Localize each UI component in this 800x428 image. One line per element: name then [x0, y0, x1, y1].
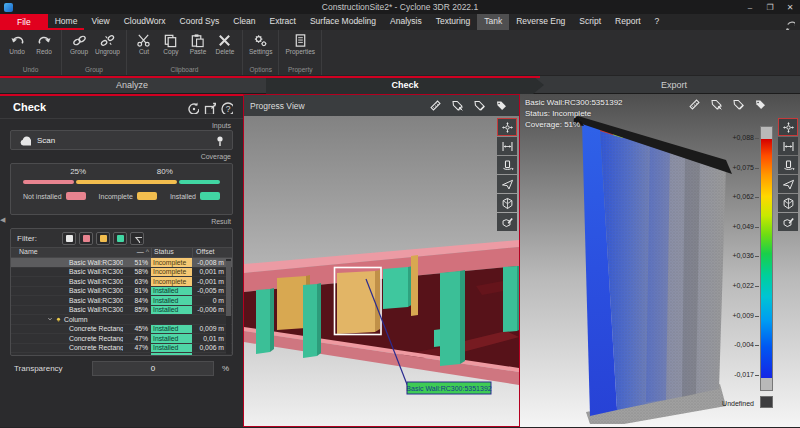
menu-item-?[interactable]: ?: [648, 14, 667, 30]
table-row[interactable]: Basic Wall:RC300:534392558%Incomplete0,0…: [11, 268, 232, 278]
table-row[interactable]: Basic Wall:RC300:533990663%Incomplete-0,…: [11, 277, 232, 287]
filter-funnel-icon[interactable]: [130, 232, 144, 245]
menu-item-report[interactable]: Report: [608, 14, 648, 30]
row-status-badge: Installed: [151, 306, 192, 315]
measure-icon[interactable]: [426, 98, 445, 113]
table-row[interactable]: Concrete Rectangular:RC47%Installed0,006…: [11, 344, 232, 354]
filter-color-toggle-1[interactable]: [79, 232, 93, 245]
menu-item-cloudworx[interactable]: CloudWorx: [117, 14, 173, 30]
labels-visibility-icon[interactable]: [448, 98, 467, 113]
sync-icon[interactable]: [784, 16, 796, 28]
row-name: Concrete Rectangular:RC: [11, 344, 123, 351]
table-group-row[interactable]: Column: [11, 315, 232, 325]
menu-item-analysis[interactable]: Analysis: [383, 14, 429, 30]
paste-button[interactable]: Paste: [185, 32, 211, 65]
rotate-view-icon[interactable]: [497, 156, 517, 174]
menu-item-texturing[interactable]: Texturing: [429, 14, 478, 30]
coverage-low-value[interactable]: 25%: [70, 167, 86, 176]
menu-item-extract[interactable]: Extract: [262, 14, 302, 30]
scale-tick: [755, 375, 759, 376]
selection-info: Basic Wall:RC300:5351392 Status: Incompl…: [525, 97, 623, 130]
viewport-title: Progress View: [250, 101, 426, 111]
menu-item-clean[interactable]: Clean: [226, 14, 262, 30]
table-row[interactable]: Basic Wall:RC300:534408585%Installed-0,0…: [11, 306, 232, 316]
row-coverage-pct: 51%: [123, 259, 151, 266]
collapse-left-panel-button[interactable]: ◀: [0, 216, 5, 224]
label-edit-icon[interactable]: [729, 97, 748, 112]
orbit-icon[interactable]: [497, 118, 517, 136]
progress-3d-scene[interactable]: Basic Wall:RC300:5351392: [244, 116, 519, 426]
row-offset: 0,009 m: [192, 325, 227, 332]
scan-input-field[interactable]: Scan: [10, 130, 233, 150]
button-label: Paste: [190, 48, 207, 55]
row-offset: -0,006 m: [192, 306, 227, 313]
row-offset: -0,008 m: [192, 259, 227, 266]
file-menu-button[interactable]: File: [0, 14, 48, 30]
help-icon[interactable]: [218, 100, 235, 115]
pop-out-icon[interactable]: [201, 100, 218, 115]
cut-button[interactable]: Cut: [131, 32, 157, 65]
transparency-label: Transparency: [14, 364, 84, 373]
ribbon-toolbar: UndoRedoUndoGroupUngroupGroupCutCopyPast…: [0, 30, 800, 76]
coverage-slider[interactable]: [23, 180, 220, 184]
menu-item-surface-modeling[interactable]: Surface Modeling: [303, 14, 383, 30]
scale-tick-label: +0,062: [732, 193, 754, 200]
rotate-view-icon[interactable]: [778, 156, 798, 174]
gears-icon: [253, 32, 268, 47]
menu-item-view[interactable]: View: [84, 14, 116, 30]
measure-icon[interactable]: [685, 97, 704, 112]
reset-icon[interactable]: [184, 100, 201, 115]
render-mode-icon[interactable]: [497, 213, 517, 231]
coverage-high-value[interactable]: 80%: [157, 167, 173, 176]
fly-mode-icon[interactable]: [497, 175, 517, 193]
tab-export[interactable]: Export: [548, 76, 800, 94]
group-button[interactable]: Group: [66, 32, 92, 65]
copy-button[interactable]: Copy: [158, 32, 184, 65]
view-cube-icon[interactable]: [778, 194, 798, 212]
measure-distance-icon[interactable]: [497, 137, 517, 155]
menu-item-reverse-eng[interactable]: Reverse Eng: [509, 14, 572, 30]
table-row[interactable]: Basic Wall:RC300:533984481%Installed-0,0…: [11, 287, 232, 297]
title-bar: ConstructionSite2* - Cyclone 3DR 2022.1 …: [0, 0, 800, 14]
labels-visibility-icon[interactable]: [707, 97, 726, 112]
table-row[interactable]: Basic Wall:RC300:533786484%Installed0 m: [11, 296, 232, 306]
pick-pin-icon[interactable]: [212, 134, 224, 146]
redo-button[interactable]: Redo: [31, 32, 57, 65]
filter-color-toggle-0[interactable]: [62, 232, 76, 245]
table-row[interactable]: Concrete Rectangular:RC47%Installed0,002…: [11, 353, 232, 356]
row-status-badge: Incomplete: [151, 268, 192, 277]
label-icon[interactable]: [751, 97, 770, 112]
button-label: Group: [70, 48, 88, 55]
menu-item-coord-sys[interactable]: Coord Sys: [173, 14, 227, 30]
table-row[interactable]: Basic Wall:RC300:535139251%Incomplete-0,…: [11, 258, 232, 268]
paste-icon: [190, 32, 205, 47]
view-cube-icon[interactable]: [497, 194, 517, 212]
tab-analyze[interactable]: Analyze: [0, 76, 264, 94]
filter-color-toggle-2[interactable]: [96, 232, 110, 245]
orbit-icon[interactable]: [778, 118, 798, 136]
undo-button[interactable]: Undo: [4, 32, 30, 65]
row-offset: 0,001 m: [192, 268, 227, 275]
row-name-text: Concrete Rectangular:RC: [69, 325, 123, 332]
properties-button[interactable]: Properties: [283, 32, 317, 65]
ungroup-button[interactable]: Ungroup: [93, 32, 122, 65]
menu-item-script[interactable]: Script: [572, 14, 608, 30]
delete-button[interactable]: Delete: [212, 32, 238, 65]
menu-item-tank[interactable]: Tank: [477, 14, 509, 30]
label-edit-icon[interactable]: [470, 98, 489, 113]
selection-status: Status: Incomplete: [525, 108, 623, 119]
table-row[interactable]: Concrete Rectangular:RC45%Installed0,009…: [11, 325, 232, 335]
label-icon[interactable]: [492, 98, 511, 113]
tab-check[interactable]: Check: [266, 76, 544, 94]
render-mode-icon[interactable]: [778, 213, 798, 231]
fly-mode-icon[interactable]: [778, 175, 798, 193]
transparency-input[interactable]: 0: [92, 361, 214, 376]
menu-item-home[interactable]: Home: [48, 14, 85, 30]
detail-viewport[interactable]: Basic Wall:RC300:5351392 Status: Incompl…: [520, 94, 800, 427]
filter-color-toggle-3[interactable]: [113, 232, 127, 245]
settings-button[interactable]: Settings: [247, 32, 275, 65]
table-header[interactable]: Name — ^ Status Offset: [11, 247, 232, 258]
measure-distance-icon[interactable]: [778, 137, 798, 155]
table-scrollbar[interactable]: [226, 259, 231, 354]
table-row[interactable]: Concrete Rectangular:RC47%Installed0,01 …: [11, 334, 232, 344]
